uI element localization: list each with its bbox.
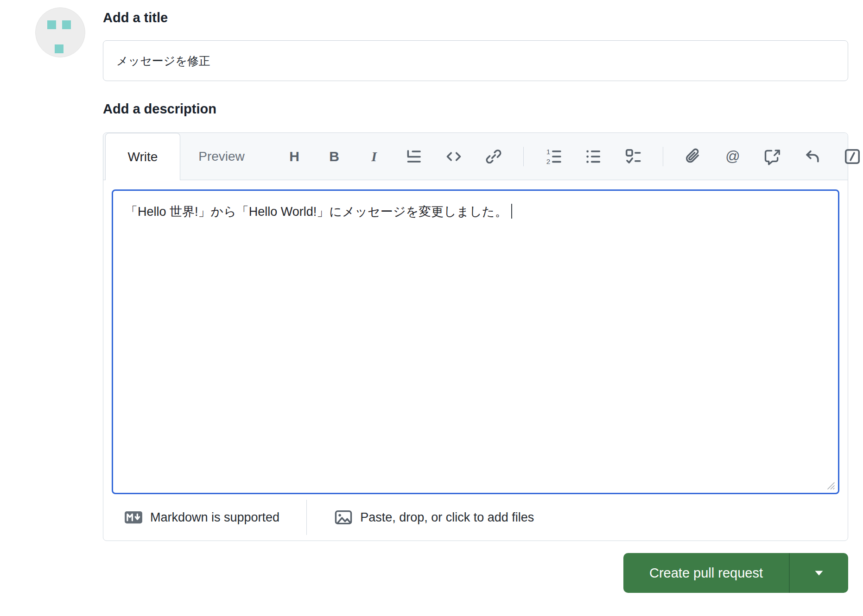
tasklist-icon[interactable]: [623, 146, 643, 167]
editor-tabs: Write Preview: [105, 133, 263, 180]
caret-down-icon: [814, 570, 824, 576]
resize-handle-icon[interactable]: [825, 479, 836, 490]
attach-files-button[interactable]: Paste, drop, or click to add files: [334, 508, 534, 527]
toolbar-divider: [523, 147, 524, 166]
create-options-dropdown[interactable]: [790, 553, 848, 593]
description-text: 「Hello 世界!」から「Hello World!」にメッセージを変更しました…: [125, 205, 508, 219]
reply-icon[interactable]: [802, 146, 823, 167]
avatar-pixel: [47, 20, 56, 29]
editor-body: 「Hello 世界!」から「Hello World!」にメッセージを変更しました…: [103, 180, 848, 494]
image-icon: [334, 508, 353, 527]
title-heading: Add a title: [103, 10, 848, 25]
pr-form: Add a title Add a description Write Prev…: [103, 7, 848, 593]
text-cursor: [511, 204, 512, 219]
editor-header: Write Preview H B I: [103, 133, 848, 180]
new-pull-request-page: { "avatar": { "teal": "#7fd0ca" }, "titl…: [0, 0, 863, 616]
toolbar-divider: [663, 147, 663, 166]
tab-preview[interactable]: Preview: [180, 133, 263, 180]
svg-text:1: 1: [546, 148, 551, 156]
heading-icon[interactable]: H: [284, 146, 305, 167]
footer-divider: [306, 500, 307, 535]
mention-icon[interactable]: @: [723, 146, 743, 167]
form-actions: Create pull request: [103, 553, 848, 593]
ordered-list-icon[interactable]: 1 2: [543, 146, 564, 167]
markdown-icon: [124, 508, 143, 527]
title-input[interactable]: [103, 40, 848, 81]
markdown-supported-link[interactable]: Markdown is supported: [124, 508, 279, 527]
svg-text:2: 2: [546, 157, 551, 165]
markdown-editor: Write Preview H B I: [103, 132, 848, 541]
slash-command-icon[interactable]: [842, 146, 863, 167]
formatting-toolbar: H B I: [284, 133, 863, 180]
paperclip-icon[interactable]: [683, 146, 703, 167]
avatar-pixel: [55, 44, 63, 53]
cross-reference-icon[interactable]: [762, 146, 783, 167]
markdown-supported-label: Markdown is supported: [150, 510, 279, 525]
attach-files-label: Paste, drop, or click to add files: [360, 510, 534, 525]
avatar-pixel: [62, 20, 71, 29]
code-icon[interactable]: [444, 146, 464, 167]
create-pull-request-button[interactable]: Create pull request: [623, 553, 789, 593]
link-icon[interactable]: [483, 146, 504, 167]
bold-icon[interactable]: B: [324, 146, 344, 167]
description-textarea[interactable]: 「Hello 世界!」から「Hello World!」にメッセージを変更しました…: [112, 189, 839, 494]
italic-icon[interactable]: I: [364, 146, 384, 167]
quote-icon[interactable]: [404, 146, 424, 167]
unordered-list-icon[interactable]: [583, 146, 603, 167]
editor-footer: Markdown is supported Paste, drop, or cl…: [103, 494, 848, 541]
create-pull-request-split-button: Create pull request: [623, 553, 848, 593]
user-avatar: [35, 7, 85, 57]
description-heading: Add a description: [103, 101, 848, 117]
tab-write[interactable]: Write: [105, 133, 180, 180]
